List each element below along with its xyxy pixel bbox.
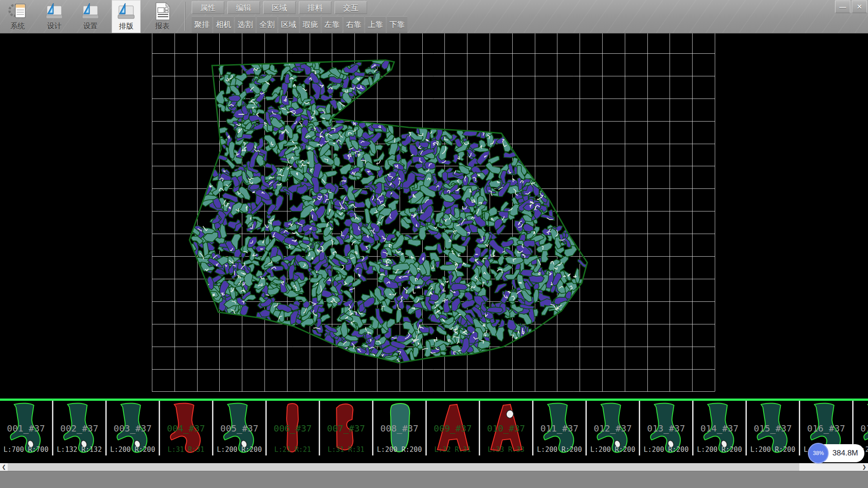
tool-button-5[interactable]: 区域 [278,16,299,33]
memory-value: 384.8M [832,449,858,458]
percent-circle: 38% [808,443,829,464]
piece-name: 007_#37 [320,423,372,434]
nav-tab-2[interactable]: 设计 [40,0,69,33]
piece-name: 004_#37 [160,423,212,434]
piece-name: 012_#37 [587,423,639,434]
toolbar-divider [184,2,185,31]
piece-thumbnail-12[interactable]: 012_#37L:200 R:200 [587,401,640,455]
report-icon [152,1,173,22]
piece-name: 015_#37 [747,423,799,434]
nav-tab-4[interactable]: 排版 [112,0,141,33]
horizontal-scrollbar[interactable]: ❮ ❯ [0,463,868,471]
settings-icon [80,1,101,22]
nav-tab-label: 报表 [155,22,170,30]
menu-item-3[interactable]: 区域 [263,1,296,14]
tool-button-4[interactable]: 全割 [257,16,277,33]
nav-tab-1[interactable]: 系统 [3,0,32,33]
piece-size-label: L:33 R:33 [480,446,532,454]
tool-button-9[interactable]: 上靠 [365,16,386,33]
menu-item-2[interactable]: 编辑 [227,1,260,14]
piece-size-label: L:132 R:132 [53,446,105,454]
piece-thumbnail-3[interactable]: 003_#37L:200 R:200 [107,401,160,455]
piece-thumbnail-7[interactable]: 007_#37L:31 R:31 [320,401,373,455]
piece-name: 005_#37 [213,423,265,434]
layout-icon [116,1,137,22]
piece-size-label: L:200 R:200 [373,446,425,454]
piece-thumbnail-6[interactable]: 006_#37L:21 R:21 [267,401,320,455]
piece-thumbnail-9[interactable]: 009_#37L:32 R:31 [427,401,480,455]
piece-name: 006_#37 [267,423,319,434]
design-icon [44,1,65,22]
nav-tab-3[interactable]: 设置 [76,0,105,33]
piece-thumbnail-1[interactable]: 001_#37L:700 R:700 [0,401,53,455]
piece-size-label: L:21 R:21 [267,446,319,454]
window-controls: — ✕ [835,0,867,13]
memory-usage-badge[interactable]: 38% 384.8M [809,444,864,462]
piece-size-label: L:200 R:200 [693,446,745,454]
tool-button-7[interactable]: 左靠 [322,16,342,33]
piece-name: 013_#37 [640,423,692,434]
scroll-left-icon[interactable]: ❮ [0,463,8,471]
piece-size-label: L:700 R:700 [0,446,52,454]
piece-size-label: L:32 R:31 [427,446,479,454]
minimize-button[interactable]: — [835,0,850,13]
piece-name: 009_#37 [427,423,479,434]
menu-item-1[interactable]: 属性 [192,1,224,14]
piece-size-label: L:200 R:200 [533,446,585,454]
piece-thumbnail-14[interactable]: 014_#37L:200 R:200 [693,401,747,455]
tool-button-1[interactable]: 聚排 [192,16,212,33]
close-button[interactable]: ✕ [852,0,867,13]
nesting-canvas[interactable] [0,33,868,399]
piece-thumbnail-4[interactable]: 004_#37L:31 R:31 [160,401,213,455]
piece-size-label: L:200 R:200 [587,446,639,454]
piece-thumbnail-10[interactable]: 010_#37L:33 R:33 [480,401,533,455]
piece-name: 014_#37 [693,423,745,434]
piece-size-label: L:200 R:200 [213,446,265,454]
main-toolbar: 系统设计设置排版报表 属性编辑区域排料交互 聚排相机选割全割区域瑕疵左靠右靠上靠… [0,0,868,33]
menu-item-4[interactable]: 排料 [299,1,331,14]
piece-thumbnail-13[interactable]: 013_#37L:200 R:200 [640,401,693,455]
piece-name: 008_#37 [373,423,425,434]
piece-name: 002_#37 [53,423,105,434]
system-icon [7,1,28,22]
tool-button-3[interactable]: 选割 [235,16,255,33]
menu-bar: 属性编辑区域排料交互 [192,1,367,14]
tool-button-row: 聚排相机选割全割区域瑕疵左靠右靠上靠下靠 [192,16,407,33]
tool-button-2[interactable]: 相机 [213,16,234,33]
piece-size-label: L:31 R:31 [160,446,212,454]
piece-size-label: L:31 R:31 [320,446,372,454]
nav-tab-label: 设计 [47,22,61,30]
piece-thumbnail-11[interactable]: 011_#37L:200 R:200 [533,401,587,455]
piece-thumbnail-5[interactable]: 005_#37L:200 R:200 [213,401,267,455]
tool-button-10[interactable]: 下靠 [387,16,407,33]
piece-thumbnail-2[interactable]: 002_#37L:132 R:132 [53,401,107,455]
scroll-right-icon[interactable]: ❯ [860,463,868,471]
piece-size-label: L:200 R:200 [747,446,799,454]
piece-name: 003_#37 [107,423,159,434]
piece-name: 016_#37 [800,423,852,434]
nav-tab-label: 设置 [83,22,98,30]
tool-button-8[interactable]: 右靠 [344,16,364,33]
nav-tab-label: 排版 [119,22,133,30]
piece-name: 011_#37 [533,423,585,434]
piece-name: 017_#37 [854,423,868,434]
nav-tab-5[interactable]: 报表 [148,0,177,33]
piece-name: 010_#37 [480,423,532,434]
piece-thumbnail-8[interactable]: 008_#37L:200 R:200 [373,401,427,455]
tool-button-6[interactable]: 瑕疵 [300,16,321,33]
piece-thumbnail-strip: 001_#37L:700 R:700002_#37L:132 R:132003_… [0,399,868,458]
piece-size-label: L:200 R:200 [640,446,692,454]
menu-item-5[interactable]: 交互 [335,1,367,14]
piece-size-label: L:200 R:200 [107,446,159,454]
scrollbar-thumb[interactable] [8,463,799,471]
status-bar [0,471,868,488]
piece-thumbnail-15[interactable]: 015_#37L:200 R:200 [747,401,800,455]
piece-name: 001_#37 [0,423,52,434]
nav-tab-label: 系统 [10,22,25,30]
